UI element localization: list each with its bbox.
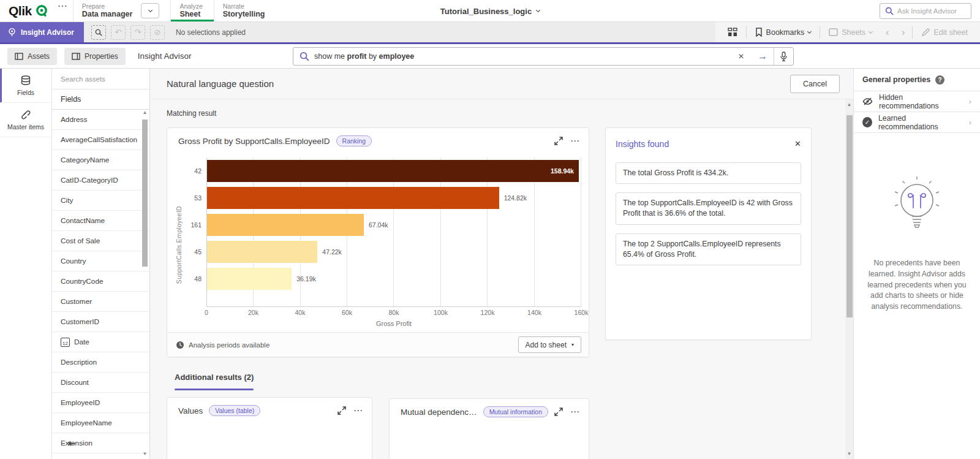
field-item[interactable]: CustomerID [52, 312, 149, 332]
close-insights-icon[interactable]: ✕ [794, 139, 801, 148]
learned-recommendations-row[interactable]: ✓ Learned recommendations › [854, 112, 980, 133]
main-scrollbar[interactable]: ▲ ▼ [845, 99, 853, 459]
chart-card-footer: Analysis periods available Add to sheet … [167, 332, 589, 357]
collapse-panel-icon[interactable]: ⇤ [68, 438, 76, 449]
smart-search-icon[interactable] [91, 25, 106, 40]
x-axis-tick-label: 0 [205, 309, 208, 316]
field-item[interactable]: Discount [52, 373, 149, 393]
bar[interactable] [207, 214, 364, 236]
ask-insight-advisor-box[interactable] [880, 3, 971, 19]
scroll-down-icon[interactable]: ▼ [141, 451, 148, 457]
redo-selection-icon[interactable]: ↷ [130, 25, 145, 40]
insights-title: Insights found [616, 139, 669, 149]
field-item-label: AverageCallSatisfaction [61, 135, 137, 144]
chevron-down-icon [807, 29, 812, 33]
scrollbar-thumb[interactable] [846, 115, 853, 317]
submit-query-icon[interactable]: → [752, 51, 774, 61]
app-title-chevron-icon[interactable] [536, 8, 540, 12]
expand-icon[interactable] [554, 137, 563, 145]
assets-toggle-button[interactable]: Assets [7, 48, 57, 65]
ask-insight-advisor-input[interactable] [897, 7, 966, 15]
field-item[interactable]: 12Date [52, 332, 149, 352]
field-item[interactable]: Address [52, 110, 149, 130]
help-icon[interactable]: ? [935, 75, 944, 85]
chevron-down-icon [148, 7, 153, 12]
cancel-button[interactable]: Cancel [790, 75, 840, 93]
hidden-recommendations-row[interactable]: Hidden recommendations › [854, 91, 980, 112]
field-item[interactable]: EmployeeID [52, 393, 149, 413]
scroll-down-icon[interactable]: ▼ [845, 451, 853, 457]
values-menu-icon[interactable]: ⋯ [353, 408, 363, 413]
rail-item-master-items[interactable]: Master items [0, 103, 51, 137]
bookmarks-button[interactable]: Bookmarks [749, 22, 818, 42]
field-item[interactable]: AverageCallSatisfaction [52, 130, 149, 150]
app-overview-button[interactable] [722, 22, 744, 42]
field-item[interactable]: City [52, 191, 149, 211]
chart-menu-icon[interactable]: ⋯ [570, 138, 580, 143]
field-item[interactable]: Description [52, 352, 149, 373]
app-title[interactable]: Tutorial_Business_logic [440, 7, 532, 16]
clock-icon [176, 341, 184, 349]
scroll-up-icon[interactable]: ▲ [141, 110, 148, 115]
chart-card: Gross Profit by SupportCalls.EmployeeID … [167, 127, 589, 357]
clear-selections-icon[interactable]: ⊘ [150, 25, 165, 40]
eye-slash-icon [862, 97, 873, 106]
qlik-logo[interactable]: Qlik [0, 0, 55, 21]
insight-advisor-button[interactable]: Insight Advisor [0, 22, 84, 42]
query-segment: profit [347, 52, 367, 61]
insight-advisor-header: Assets Properties Insight Advisor show m… [0, 44, 980, 69]
insight-item[interactable]: The top SupportCalls.EmployeeID is 42 wi… [616, 192, 801, 224]
bookmark-icon [755, 28, 763, 37]
expand-icon[interactable] [554, 408, 563, 416]
fields-section-header[interactable]: Fields [52, 89, 149, 110]
field-item[interactable]: Customer [52, 292, 149, 312]
bar[interactable] [207, 187, 499, 209]
field-item[interactable]: EmployeeName [52, 413, 149, 433]
undo-selection-icon[interactable]: ↶ [111, 25, 126, 40]
tab-analyze[interactable]: Analyze Sheet [170, 0, 213, 21]
field-item[interactable]: Country [52, 251, 149, 271]
grid-icon [728, 28, 737, 37]
field-item-label: Cost of Sale [61, 237, 100, 245]
assets-search[interactable] [52, 69, 149, 89]
nlq-search-box[interactable]: show me profit by employee ✕ → [293, 47, 794, 66]
tab-additional-results[interactable]: Additional results (2) [175, 371, 254, 390]
rail-item-fields[interactable]: Fields [0, 69, 51, 103]
expand-icon[interactable] [337, 406, 346, 415]
field-item[interactable]: CatID-CategoryID [52, 170, 149, 191]
sheets-button[interactable]: Sheets [823, 22, 878, 42]
nlq-query-text[interactable]: show me profit by employee [314, 52, 731, 61]
panel-right-icon [72, 53, 80, 60]
bar[interactable] [207, 268, 292, 290]
voice-query-button[interactable] [774, 48, 793, 65]
mutual-menu-icon[interactable]: ⋯ [570, 409, 580, 414]
field-item[interactable]: CategoryName [52, 150, 149, 170]
previous-sheet-icon[interactable]: ‹ [881, 27, 894, 37]
more-menu-icon[interactable]: ⋯ [55, 0, 73, 21]
scroll-up-icon[interactable]: ▲ [845, 102, 853, 107]
bar-row: 47.22k [207, 241, 581, 263]
properties-toggle-button[interactable]: Properties [64, 48, 126, 65]
selection-tools: ↶ ↷ ⊘ No selections applied [84, 22, 246, 42]
insight-item[interactable]: The top 2 SupportCalls.EmployeeID repres… [616, 233, 801, 265]
field-item[interactable]: Extension [52, 433, 149, 453]
assets-search-input[interactable] [61, 75, 141, 83]
tab-narrate[interactable]: Narrate Storytelling [214, 0, 276, 21]
insight-item[interactable]: The total Gross Profit is 434.2k. [616, 162, 801, 184]
prepare-dropdown-button[interactable] [141, 3, 159, 18]
add-to-sheet-button[interactable]: Add to sheet ▾ [518, 336, 581, 353]
next-sheet-icon[interactable]: › [897, 27, 910, 37]
clear-query-icon[interactable]: ✕ [731, 52, 752, 61]
field-item[interactable]: ContactName [52, 211, 149, 231]
bar-chart[interactable]: SupportCalls.EmployeeID 42531614548 158.… [167, 151, 589, 332]
field-item-label: CategoryName [61, 156, 109, 164]
toolbar-divider [746, 26, 747, 39]
bar[interactable]: 158.94k [207, 160, 579, 182]
bar[interactable] [207, 241, 317, 263]
field-item[interactable]: Cost of Sale [52, 231, 149, 251]
scrollbar-thumb[interactable] [142, 119, 148, 267]
tab-prepare[interactable]: Prepare Data manager [73, 0, 171, 21]
edit-sheet-button[interactable]: Edit sheet [915, 22, 974, 42]
assets-scrollbar[interactable]: ▲ ▼ [141, 110, 148, 457]
field-item[interactable]: CountryCode [52, 271, 149, 292]
